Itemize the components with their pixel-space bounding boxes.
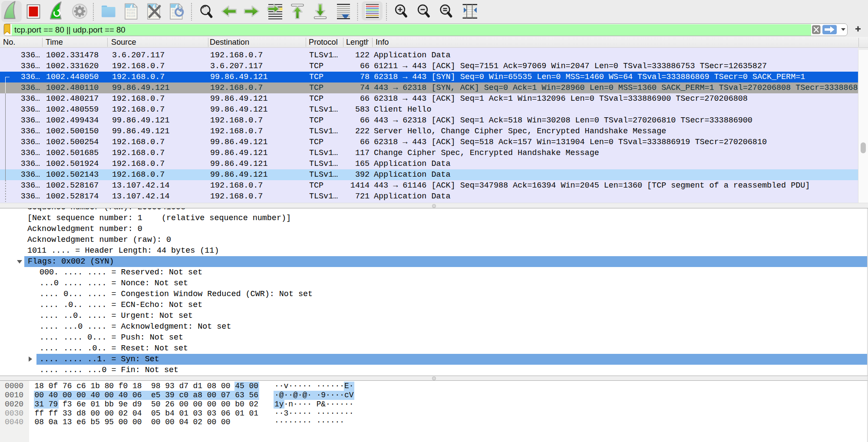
svg-text:01101: 01101 [127, 12, 135, 15]
svg-text:01010: 01010 [127, 9, 135, 12]
svg-text:01110: 01110 [127, 15, 135, 18]
